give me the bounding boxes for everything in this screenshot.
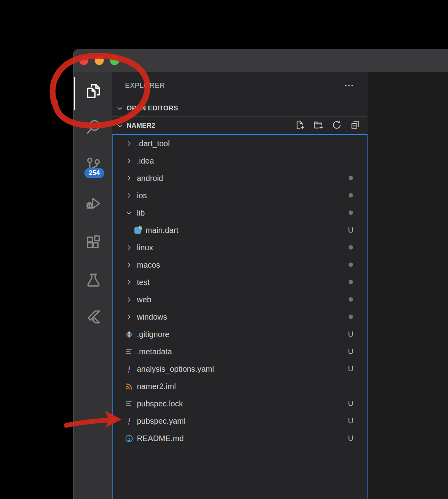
activity-item-explorer[interactable] xyxy=(74,81,112,103)
new-file-icon xyxy=(294,119,305,132)
git-status-badge xyxy=(345,313,356,320)
modified-dot-badge xyxy=(349,245,353,250)
activity-item-search[interactable] xyxy=(74,117,112,139)
chevron-right-icon xyxy=(123,259,134,270)
activity-item-flutter[interactable] xyxy=(74,307,112,329)
sidebar-title: EXPLORER xyxy=(125,82,165,90)
title-bar xyxy=(74,49,448,72)
file-name-label: .dart_tool xyxy=(137,139,170,148)
git-status-badge xyxy=(345,244,356,251)
info-file-icon xyxy=(123,433,134,444)
tree-item-analysis_options.yaml[interactable]: analysis_options.yamlU xyxy=(113,360,367,378)
file-name-label: android xyxy=(137,174,163,183)
tree-item-windows[interactable]: windows xyxy=(113,308,367,326)
git-status-badge xyxy=(345,279,356,286)
tree-item-.gitignore[interactable]: .gitignoreU xyxy=(113,326,367,343)
search-icon xyxy=(84,118,103,138)
refresh-explorer-icon xyxy=(331,119,342,132)
open-editors-label: OPEN EDITORS xyxy=(127,104,178,112)
chevron-down-icon xyxy=(116,121,124,130)
activity-item-source-control[interactable]: 254 xyxy=(74,155,112,177)
modified-dot-badge xyxy=(349,297,353,302)
file-name-label: main.dart xyxy=(146,226,178,235)
chevron-right-icon xyxy=(123,138,134,149)
git-status-badge: U xyxy=(345,417,356,425)
file-name-label: .gitignore xyxy=(137,330,169,339)
chevron-right-icon xyxy=(123,277,134,288)
files-icon xyxy=(84,82,103,102)
tree-item-macos[interactable]: macos xyxy=(113,256,367,274)
section-divider xyxy=(112,116,368,117)
modified-dot-badge xyxy=(349,263,353,267)
extensions-icon xyxy=(84,233,103,253)
tree-item-lib[interactable]: lib xyxy=(113,204,367,222)
git-status-badge: U xyxy=(345,226,356,235)
activity-item-testing[interactable] xyxy=(74,270,112,292)
chevron-down-icon xyxy=(123,207,134,218)
git-status-badge: U xyxy=(345,434,356,443)
zoom-window-button[interactable] xyxy=(110,56,119,65)
file-name-label: web xyxy=(137,295,151,304)
file-name-label: windows xyxy=(137,313,167,322)
git-status-badge xyxy=(345,261,356,268)
file-name-label: lib xyxy=(137,209,145,218)
tree-item-README.md[interactable]: README.mdU xyxy=(113,430,367,447)
git-status-badge xyxy=(345,296,356,303)
tree-item-.metadata[interactable]: .metadataU xyxy=(113,343,367,360)
rss-file-icon xyxy=(123,381,134,392)
tree-item-main.dart[interactable]: main.dartU xyxy=(113,222,367,239)
source-control-count-badge: 254 xyxy=(84,168,104,178)
minimize-window-button[interactable] xyxy=(95,56,104,65)
collapse-folders-icon xyxy=(350,119,361,132)
tree-item-test[interactable]: test xyxy=(113,274,367,291)
tree-item-web[interactable]: web xyxy=(113,291,367,308)
new-file-button[interactable] xyxy=(294,120,306,132)
modified-dot-badge xyxy=(349,315,353,319)
chevron-right-icon xyxy=(123,155,134,166)
file-name-label: macos xyxy=(137,261,160,270)
tree-item-linux[interactable]: linux xyxy=(113,239,367,256)
beaker-icon xyxy=(84,271,103,290)
file-name-label: README.md xyxy=(137,434,184,443)
tree-item-namer2.iml[interactable]: namer2.iml xyxy=(113,378,367,395)
modified-dot-badge xyxy=(349,280,353,284)
git-status-badge: U xyxy=(345,330,356,339)
activity-item-extensions[interactable] xyxy=(74,232,112,254)
git-file-icon xyxy=(123,329,134,340)
new-folder-button[interactable] xyxy=(312,120,324,132)
activity-item-run-and-debug[interactable] xyxy=(74,193,112,215)
tree-item-ios[interactable]: ios xyxy=(113,187,367,204)
tree-item-.idea[interactable]: .idea xyxy=(113,152,367,169)
more-actions-icon[interactable] xyxy=(344,80,354,91)
modified-dot-badge xyxy=(349,176,353,180)
file-name-label: analysis_options.yaml xyxy=(137,365,214,374)
file-name-label: pubspec.yaml xyxy=(137,417,185,426)
file-name-label: .idea xyxy=(137,156,154,166)
open-editors-section-header[interactable]: OPEN EDITORS xyxy=(112,102,368,115)
git-status-badge: U xyxy=(345,347,356,356)
refresh-explorer-button[interactable] xyxy=(331,120,343,132)
file-name-label: .metadata xyxy=(137,347,172,356)
exclaim-file-icon xyxy=(123,415,134,426)
close-window-button[interactable] xyxy=(79,56,88,65)
debug-icon xyxy=(84,194,103,214)
collapse-folders-button[interactable] xyxy=(349,120,361,132)
git-status-badge: U xyxy=(345,399,356,408)
chevron-right-icon xyxy=(123,190,134,201)
file-name-label: test xyxy=(137,278,149,287)
project-section-header[interactable]: NAMER2 xyxy=(112,117,368,134)
git-status-badge xyxy=(345,175,356,182)
tree-item-.dart_tool[interactable]: .dart_tool xyxy=(113,135,367,152)
editor-area xyxy=(368,72,448,499)
exclaim-file-icon xyxy=(123,363,134,374)
tree-item-android[interactable]: android xyxy=(113,169,367,187)
chevron-down-icon xyxy=(116,104,124,113)
dart-file-icon xyxy=(132,225,143,236)
explorer-sidebar: EXPLORER OPEN EDITORS NAMER2 .dart_tool. xyxy=(112,72,368,499)
list-file-icon xyxy=(123,398,134,409)
new-folder-icon xyxy=(313,119,324,132)
file-name-label: namer2.iml xyxy=(137,382,176,391)
chevron-right-icon xyxy=(123,242,134,253)
tree-item-pubspec.lock[interactable]: pubspec.lockU xyxy=(113,395,367,412)
tree-item-pubspec.yaml[interactable]: pubspec.yamlU xyxy=(113,412,367,430)
